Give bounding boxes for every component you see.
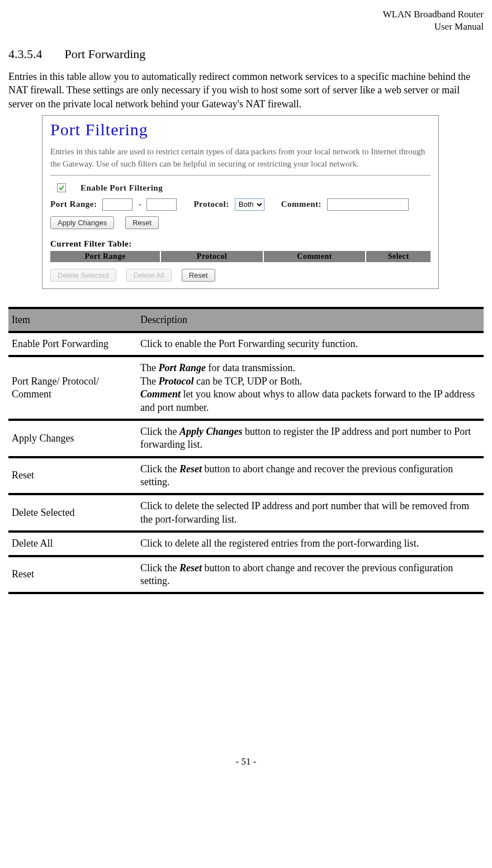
desc-item: Reset: [8, 556, 137, 594]
filter-table: Port Range Protocol Comment Select: [50, 251, 430, 262]
desc-text: The Port Range for data transmission.The…: [137, 356, 484, 420]
desc-item: Apply Changes: [8, 420, 137, 457]
port-range-from-input[interactable]: [102, 198, 133, 211]
apply-reset-row: Apply Changes Reset: [50, 216, 430, 229]
th-port-range: Port Range: [50, 251, 160, 262]
delete-row: Delete Selected Delete All Reset: [50, 269, 430, 282]
th-comment: Comment: [263, 251, 366, 262]
screenshot-title: Port Filtering: [50, 120, 430, 139]
comment-label: Comment:: [281, 200, 321, 209]
delete-selected-button[interactable]: Delete Selected: [50, 269, 116, 282]
header-line2: User Manual: [434, 21, 484, 32]
desc-text: Click to enable the Port Forwarding secu…: [137, 332, 484, 356]
enable-row: Enable Port Filtering: [50, 183, 430, 193]
desc-text: Click the Reset button to abort change a…: [137, 457, 484, 495]
doc-header: WLAN Broadband Router User Manual: [8, 8, 484, 33]
th-protocol: Protocol: [160, 251, 263, 262]
desc-text: Click the Reset button to abort change a…: [137, 556, 484, 594]
reset2-button[interactable]: Reset: [182, 269, 215, 282]
table-row: ResetClick the Reset button to abort cha…: [8, 457, 484, 495]
check-icon: [58, 184, 65, 191]
comment-input[interactable]: [327, 198, 409, 211]
th-select: Select: [366, 251, 430, 262]
desc-item: Enable Port Forwarding: [8, 332, 137, 356]
page-number: - 51 -: [8, 756, 484, 767]
desc-head-desc: Description: [137, 308, 484, 332]
desc-text: Click to delete the selected IP address …: [137, 494, 484, 532]
protocol-label: Protocol:: [193, 200, 229, 209]
table-row: Port Range/ Protocol/ CommentThe Port Ra…: [8, 356, 484, 420]
port-range-to-input[interactable]: [146, 198, 177, 211]
divider: [50, 175, 430, 176]
screenshot-panel: Port Filtering Entries in this table are…: [42, 115, 439, 289]
table-row: Delete SelectedClick to delete the selec…: [8, 494, 484, 532]
reset-button[interactable]: Reset: [125, 216, 159, 229]
desc-head-item: Item: [8, 308, 137, 332]
description-table: Item Description Enable Port ForwardingC…: [8, 307, 484, 595]
table-header-row: Port Range Protocol Comment Select: [50, 251, 430, 262]
desc-text: Click the Apply Changes button to regist…: [137, 420, 484, 457]
intro-paragraph: Entries in this table allow you to autom…: [8, 70, 484, 111]
dash-separator: -: [138, 200, 141, 209]
section-number: 4.3.5.4: [8, 47, 62, 61]
desc-text: Click to delete all the registered entri…: [137, 532, 484, 556]
port-range-label: Port Range:: [50, 200, 97, 209]
protocol-select[interactable]: Both: [235, 198, 264, 211]
table-row: Apply ChangesClick the Apply Changes but…: [8, 420, 484, 457]
table-row: ResetClick the Reset button to abort cha…: [8, 556, 484, 594]
delete-all-button[interactable]: Delete All: [126, 269, 172, 282]
desc-item: Port Range/ Protocol/ Comment: [8, 356, 137, 420]
table-row: Enable Port ForwardingClick to enable th…: [8, 332, 484, 356]
section-heading: 4.3.5.4 Port Forwarding: [8, 47, 484, 61]
enable-label: Enable Port Filtering: [81, 183, 163, 193]
header-line1: WLAN Broadband Router: [383, 9, 484, 20]
screenshot-desc: Entries in this table are used to restri…: [50, 146, 430, 170]
desc-item: Delete All: [8, 532, 137, 556]
enable-checkbox[interactable]: [57, 183, 66, 192]
desc-item: Reset: [8, 457, 137, 495]
table-row: Delete AllClick to delete all the regist…: [8, 532, 484, 556]
port-range-row: Port Range: - Protocol: Both Comment:: [50, 198, 430, 211]
desc-table-head-row: Item Description: [8, 308, 484, 332]
section-title: Port Forwarding: [65, 47, 146, 61]
apply-changes-button[interactable]: Apply Changes: [50, 216, 114, 229]
desc-item: Delete Selected: [8, 494, 137, 532]
filter-table-title: Current Filter Table:: [50, 239, 430, 249]
